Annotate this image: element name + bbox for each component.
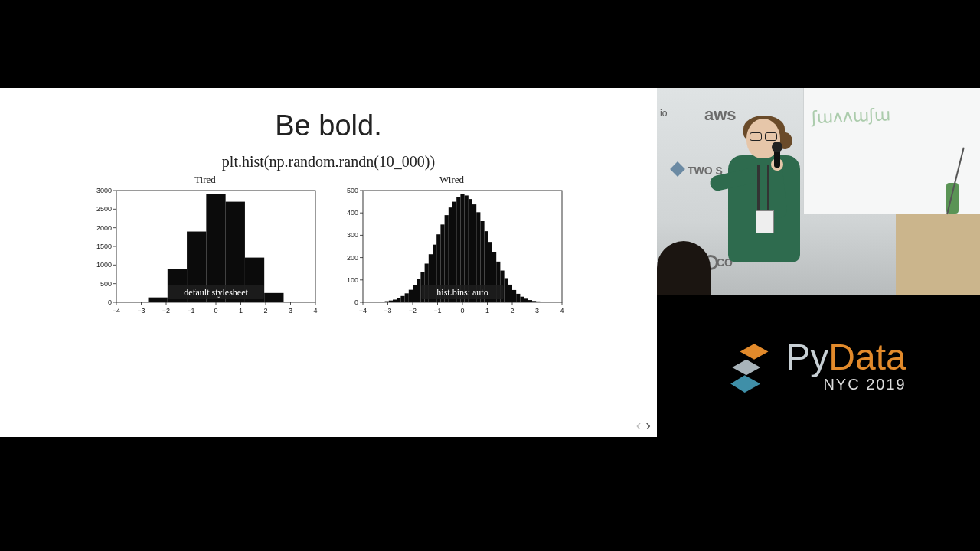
svg-text:3: 3 (535, 307, 539, 315)
svg-rect-79 (508, 285, 512, 302)
svg-text:0: 0 (214, 307, 217, 315)
svg-text:0: 0 (460, 307, 464, 315)
svg-text:−1: −1 (187, 307, 194, 315)
svg-text:1000: 1000 (96, 261, 112, 269)
brand-py: Py (786, 337, 828, 377)
svg-text:4: 4 (313, 307, 317, 315)
svg-text:−3: −3 (384, 307, 391, 315)
svg-rect-83 (524, 298, 528, 302)
svg-text:400: 400 (347, 209, 358, 217)
svg-rect-85 (532, 301, 536, 302)
brand-data: Data (828, 337, 906, 377)
svg-text:300: 300 (347, 231, 358, 239)
svg-text:−2: −2 (162, 307, 170, 315)
svg-text:−4: −4 (113, 307, 120, 315)
slide-code: plt.hist(np.random.randn(10_000)) (0, 153, 657, 171)
svg-marker-124 (731, 375, 761, 393)
svg-text:500: 500 (100, 280, 112, 288)
chart-wired-svg: −4−3−2−1012340100200300400500hist.bins: … (337, 187, 567, 318)
svg-text:0: 0 (108, 298, 112, 306)
brand-subtitle: NYC 2019 (786, 376, 906, 393)
chart-tired-svg: −4−3−2−101234050010001500200025003000def… (90, 187, 320, 318)
svg-text:1: 1 (239, 307, 243, 315)
svg-rect-56 (416, 279, 420, 302)
svg-text:2500: 2500 (96, 205, 112, 213)
svg-text:0: 0 (354, 298, 358, 306)
svg-text:−3: −3 (137, 307, 145, 315)
svg-rect-82 (520, 297, 524, 302)
chart-wired: Wired −4−3−2−1012340100200300400500hist.… (337, 174, 567, 318)
svg-rect-50 (393, 299, 397, 302)
slide-title: Be bold. (0, 109, 657, 142)
svg-text:500: 500 (347, 187, 358, 194)
svg-rect-8 (264, 293, 283, 302)
next-slide-icon[interactable]: › (645, 416, 651, 434)
speaker-video: io aws TWO S CO ʃɯʌʌɯʃɯ (657, 88, 980, 295)
svg-text:default stylesheet: default stylesheet (184, 287, 248, 298)
svg-rect-53 (405, 293, 409, 302)
svg-text:100: 100 (347, 276, 358, 284)
svg-rect-49 (389, 301, 393, 302)
svg-text:4: 4 (560, 307, 564, 315)
whiteboard-scribble: ʃɯʌʌɯʃɯ (812, 105, 891, 128)
podium (896, 214, 980, 295)
svg-text:3: 3 (289, 307, 292, 315)
svg-marker-123 (733, 360, 761, 376)
slide: Be bold. plt.hist(np.random.randn(10_000… (0, 88, 657, 437)
chart-wired-title: Wired (337, 174, 567, 186)
pydata-branding: PyData NYC 2019 (657, 295, 980, 437)
slide-nav: ‹ › (636, 416, 651, 434)
svg-text:2: 2 (263, 307, 267, 315)
chart-tired: Tired −4−3−2−101234050010001500200025003… (90, 174, 320, 318)
svg-rect-80 (512, 290, 516, 302)
prev-slide-icon[interactable]: ‹ (636, 416, 642, 434)
svg-marker-122 (740, 344, 769, 360)
svg-text:2: 2 (510, 307, 514, 315)
svg-rect-55 (413, 285, 416, 302)
svg-rect-84 (528, 300, 532, 302)
pydata-logo-icon (730, 336, 778, 396)
audience-silhouette (657, 241, 710, 295)
svg-rect-86 (536, 302, 540, 302)
svg-text:200: 200 (347, 254, 358, 262)
svg-text:hist.bins: auto: hist.bins: auto (436, 287, 488, 298)
speaker-person (714, 119, 814, 295)
svg-rect-52 (400, 296, 404, 302)
svg-rect-78 (505, 278, 508, 302)
charts-row: Tired −4−3−2−101234050010001500200025003… (0, 174, 657, 318)
svg-rect-47 (381, 302, 384, 302)
two-sigma-icon (670, 161, 685, 177)
svg-rect-46 (377, 302, 381, 302)
svg-rect-48 (385, 302, 389, 302)
svg-text:−1: −1 (433, 307, 441, 315)
svg-text:2000: 2000 (96, 224, 112, 232)
sponsor-io-label: io (660, 108, 667, 119)
svg-rect-2 (149, 298, 168, 302)
svg-rect-81 (516, 294, 520, 302)
svg-rect-51 (397, 298, 400, 302)
svg-text:−4: −4 (359, 307, 367, 315)
svg-rect-87 (540, 302, 544, 302)
chart-tired-title: Tired (90, 174, 320, 186)
svg-text:1500: 1500 (96, 243, 112, 250)
svg-text:1: 1 (485, 307, 489, 315)
svg-text:3000: 3000 (96, 187, 112, 194)
svg-rect-9 (283, 302, 302, 302)
svg-text:−2: −2 (409, 307, 416, 315)
svg-rect-54 (409, 290, 413, 302)
